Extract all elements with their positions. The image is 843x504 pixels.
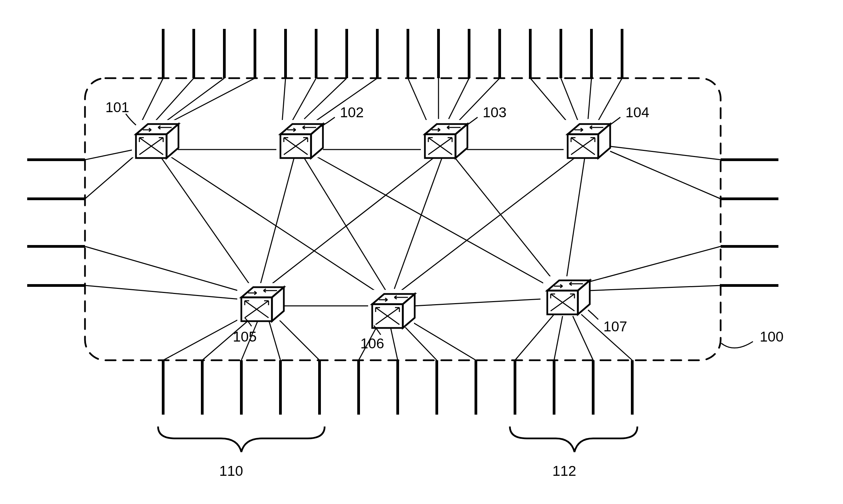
label-106: 106 [360,335,384,351]
svg-line-25 [530,78,568,122]
svg-line-9 [282,78,286,122]
svg-line-47 [590,285,721,291]
label-103: 103 [483,104,506,120]
svg-rect-91 [421,120,467,157]
label-100: 100 [760,329,784,345]
label-105: 105 [233,329,257,345]
svg-line-5 [160,78,224,126]
label-102: 102 [340,104,364,120]
label-101: 101 [105,99,129,115]
svg-line-45 [588,246,721,282]
left-external-links [27,150,238,299]
svg-line-63 [163,316,245,360]
switch-nodes [132,120,610,328]
svg-line-27 [561,78,578,121]
svg-line-59 [394,158,442,289]
svg-line-29 [588,78,591,119]
label-107: 107 [603,318,627,334]
svg-rect-89 [132,120,178,157]
svg-line-83 [554,316,563,360]
internal-links [161,150,585,306]
braces [158,427,637,452]
label-110: 110 [219,463,243,479]
svg-rect-94 [368,290,414,327]
svg-rect-95 [543,276,589,314]
svg-line-81 [515,314,554,360]
svg-line-35 [85,155,136,199]
svg-line-79 [408,319,476,360]
label-112: 112 [552,463,576,479]
svg-line-31 [598,78,622,121]
svg-rect-92 [564,120,609,157]
svg-line-39 [85,285,238,299]
svg-rect-93 [237,283,283,320]
svg-line-69 [269,319,280,360]
svg-line-37 [85,246,238,291]
network-diagram: 101 102 103 104 105 106 107 100 110 112 [0,0,843,504]
svg-line-33 [85,150,134,160]
svg-line-71 [277,318,320,360]
svg-line-11 [292,78,316,121]
right-external-links [588,146,778,291]
svg-line-53 [161,158,252,287]
label-104: 104 [625,104,649,120]
svg-line-60 [454,156,557,285]
svg-line-55 [260,158,294,285]
svg-line-43 [610,151,721,199]
svg-line-54 [170,156,377,292]
svg-line-62 [566,158,585,282]
svg-line-7 [170,78,255,122]
svg-rect-90 [276,120,322,157]
svg-line-52 [415,299,540,306]
svg-line-17 [408,78,427,121]
svg-line-61 [401,158,574,291]
